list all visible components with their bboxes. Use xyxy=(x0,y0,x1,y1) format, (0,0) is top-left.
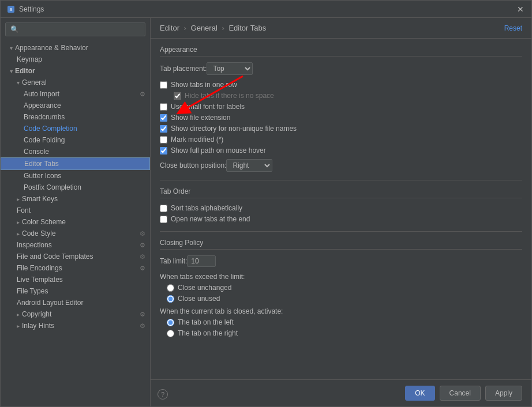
show-file-extension-checkbox[interactable] xyxy=(160,114,167,122)
expand-arrow: ▾ xyxy=(10,45,13,51)
sidebar-item-code-folding[interactable]: Code Folding xyxy=(1,134,150,146)
sidebar-item-live-templates[interactable]: Live Templates xyxy=(1,274,150,285)
checkbox-show-tabs-one-row: Show tabs in one row xyxy=(160,81,522,89)
when-closed-label: When the current tab is closed, activate… xyxy=(160,307,522,315)
when-exceed-group: When tabs exceed the limit: Close unchan… xyxy=(160,273,522,303)
sidebar-item-code-style[interactable]: ▸ Code Style ⚙ xyxy=(1,228,150,239)
sidebar-item-file-code-templates[interactable]: File and Code Templates ⚙ xyxy=(1,251,150,262)
sidebar-tree: ▾ Appearance & Behavior Keymap ▾ Editor … xyxy=(1,41,150,406)
sidebar-item-label: Appearance xyxy=(24,101,61,110)
sidebar-item-code-completion[interactable]: Code Completion xyxy=(1,123,150,134)
close-unused-label: Close unused xyxy=(178,295,220,303)
tab-placement-select[interactable]: Top Bottom Left Right None xyxy=(207,62,253,75)
radio-close-unchanged: Close unchanged xyxy=(160,284,522,292)
tab-limit-input[interactable] xyxy=(187,255,216,267)
sidebar-item-label: Code Style xyxy=(22,229,56,238)
sidebar-item-label: Copyright xyxy=(22,310,51,318)
sidebar-item-gutter-icons[interactable]: Gutter Icons xyxy=(1,170,150,182)
show-directory-checkbox[interactable] xyxy=(160,125,167,133)
gear-icon: ⚙ xyxy=(140,230,145,238)
breadcrumb-sep2: › xyxy=(222,24,226,32)
mark-modified-label: Mark modified (*) xyxy=(171,135,223,144)
sidebar-item-label: Editor Tabs xyxy=(24,160,59,168)
tab-on-right-radio[interactable] xyxy=(167,330,174,337)
sidebar-item-label: Editor xyxy=(15,67,35,75)
tab-on-left-radio[interactable] xyxy=(167,319,174,326)
sidebar-item-breadcrumbs[interactable]: Breadcrumbs xyxy=(1,111,150,123)
checkbox-sort-tabs: Sort tabs alphabetically xyxy=(160,204,522,212)
sidebar-item-editor[interactable]: ▾ Editor xyxy=(1,65,150,77)
breadcrumb-sep: › xyxy=(184,24,189,32)
search-input[interactable] xyxy=(5,22,145,36)
sidebar: ▾ Appearance & Behavior Keymap ▾ Editor … xyxy=(1,18,151,406)
ok-button[interactable]: OK xyxy=(405,386,434,401)
cancel-button[interactable]: Cancel xyxy=(440,386,481,401)
use-small-font-label: Use small font for labels xyxy=(171,103,245,111)
sidebar-item-label: File and Code Templates xyxy=(17,253,93,261)
sidebar-item-smart-keys[interactable]: ▸ Smart Keys xyxy=(1,193,150,205)
sidebar-item-auto-import[interactable]: Auto Import ⚙ xyxy=(1,88,150,100)
show-full-path-checkbox[interactable] xyxy=(160,147,167,154)
gear-icon: ⚙ xyxy=(140,242,145,249)
section-title-tab-order: Tab Order xyxy=(160,187,522,198)
sidebar-item-android-layout-editor[interactable]: Android Layout Editor xyxy=(1,297,150,308)
close-button-position-row: Close button position: Right Left None xyxy=(160,159,522,172)
sidebar-item-editor-tabs[interactable]: Editor Tabs xyxy=(1,157,150,170)
reset-link[interactable]: Reset xyxy=(504,24,522,32)
tab-order-section: Tab Order Sort tabs alphabetically Open … xyxy=(160,187,522,223)
use-small-font-checkbox[interactable] xyxy=(160,103,167,111)
sidebar-item-inspections[interactable]: Inspections ⚙ xyxy=(1,239,150,251)
sidebar-item-color-scheme[interactable]: ▸ Color Scheme xyxy=(1,216,150,228)
help-button[interactable]: ? xyxy=(158,389,168,400)
radio-tab-on-right: The tab on the right xyxy=(160,329,522,337)
sidebar-item-inlay-hints[interactable]: ▸ Inlay Hints ⚙ xyxy=(1,320,150,331)
sort-tabs-checkbox[interactable] xyxy=(160,205,167,212)
sort-tabs-label: Sort tabs alphabetically xyxy=(171,204,242,212)
sidebar-item-label: Appearance & Behavior xyxy=(15,44,88,52)
sidebar-item-keymap[interactable]: Keymap xyxy=(1,54,150,65)
sidebar-item-appearance-behavior[interactable]: ▾ Appearance & Behavior xyxy=(1,42,150,54)
close-button-position-select[interactable]: Right Left None xyxy=(226,159,272,172)
close-unchanged-radio[interactable] xyxy=(167,284,174,292)
sidebar-item-file-encodings[interactable]: File Encodings ⚙ xyxy=(1,262,150,274)
close-unused-radio[interactable] xyxy=(167,295,174,303)
show-file-extension-label: Show file extension xyxy=(171,114,230,122)
sidebar-item-console[interactable]: Console xyxy=(1,146,150,157)
search-box xyxy=(1,18,150,41)
sidebar-item-font[interactable]: Font xyxy=(1,205,150,216)
tab-on-right-label: The tab on the right xyxy=(178,329,238,337)
checkbox-mark-modified: Mark modified (*) xyxy=(160,135,522,144)
checkbox-open-new-tabs: Open new tabs at the end xyxy=(160,215,522,223)
sidebar-item-appearance[interactable]: Appearance xyxy=(1,100,150,111)
expand-arrow: ▸ xyxy=(17,323,20,329)
sidebar-item-postfix-completion[interactable]: Postfix Completion xyxy=(1,182,150,193)
sidebar-item-label: File Types xyxy=(17,287,48,295)
gear-icon: ⚙ xyxy=(140,253,145,261)
tab-on-left-label: The tab on the left xyxy=(178,318,234,326)
footer-buttons: OK Cancel Apply xyxy=(405,386,522,401)
expand-arrow: ▾ xyxy=(17,80,20,86)
open-new-tabs-label: Open new tabs at the end xyxy=(171,215,250,223)
checkbox-show-file-extension: Show file extension xyxy=(160,114,522,122)
sidebar-item-label: General xyxy=(22,78,47,86)
sidebar-item-label: Gutter Icons xyxy=(24,172,61,180)
panel-header: Editor › General › Editor Tabs Reset xyxy=(151,18,531,39)
sidebar-item-label: Postfix Completion xyxy=(24,183,81,191)
close-button[interactable]: ✕ xyxy=(515,4,526,14)
mark-modified-checkbox[interactable] xyxy=(160,136,167,144)
sidebar-item-file-types[interactable]: File Types xyxy=(1,285,150,297)
open-new-tabs-checkbox[interactable] xyxy=(160,216,167,223)
apply-button[interactable]: Apply xyxy=(485,386,522,401)
gear-icon: ⚙ xyxy=(140,311,145,318)
appearance-section: Appearance Tab placement: Top Bottom Lef… xyxy=(160,46,522,172)
tab-placement-row: Tab placement: Top Bottom Left Right Non… xyxy=(160,62,522,75)
sidebar-item-general[interactable]: ▾ General xyxy=(1,77,150,88)
sidebar-item-label: Breadcrumbs xyxy=(24,113,65,121)
show-tabs-one-row-checkbox[interactable] xyxy=(160,81,167,89)
sidebar-item-copyright[interactable]: ▸ Copyright ⚙ xyxy=(1,308,150,320)
sidebar-item-label: Auto Import xyxy=(24,90,59,98)
hide-tabs-no-space-label: Hide tabs if there is no space xyxy=(185,92,274,100)
hide-tabs-no-space-checkbox[interactable] xyxy=(174,92,181,100)
when-exceed-label: When tabs exceed the limit: xyxy=(160,273,522,281)
breadcrumb-part-editor: Editor xyxy=(160,24,179,32)
